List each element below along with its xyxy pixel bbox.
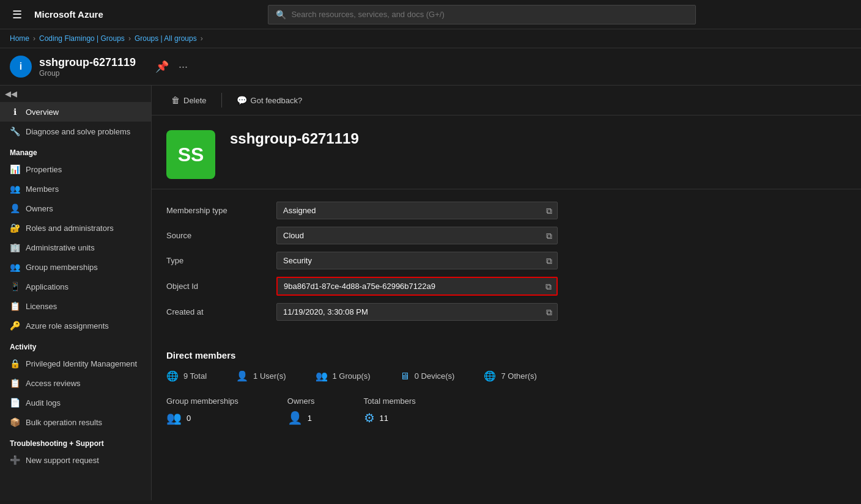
sidebar-section-support: Troubleshooting + Support: [0, 432, 151, 450]
sidebar-item-diagnose[interactable]: 🔧 Diagnose and solve problems: [0, 122, 151, 141]
overview-icon: ℹ: [10, 107, 20, 117]
sidebar-item-label-azure-roles: Azure role assignments: [26, 321, 109, 331]
sidebar-item-label-new-support: New support request: [26, 456, 99, 465]
sidebar-item-azure-roles[interactable]: 🔑 Azure role assignments: [0, 316, 151, 335]
stat-others: 🌐 7 Other(s): [484, 370, 537, 382]
stat-devices-icon: 🖥: [400, 371, 410, 382]
sidebar-item-label-overview: Overview: [26, 108, 59, 117]
sidebar-item-members[interactable]: 👥 Members: [0, 179, 151, 199]
sidebar-item-label-access-reviews: Access reviews: [26, 379, 81, 388]
owners-icon: 👤: [10, 203, 20, 213]
sidebar-item-label-roles: Roles and administrators: [26, 224, 114, 233]
page-title-block: sshgroup-6271119 Group: [39, 56, 136, 78]
membership-card-value-group: 👥 0: [166, 411, 238, 425]
sidebar-item-audit-logs[interactable]: 📄 Audit logs: [0, 393, 151, 412]
prop-label-object-id: Object Id: [166, 282, 276, 291]
sidebar-item-label-diagnose: Diagnose and solve problems: [26, 127, 130, 136]
sidebar-item-applications[interactable]: 📱 Applications: [0, 277, 151, 296]
membership-card-num-total: 11: [380, 414, 388, 423]
page-header: i sshgroup-6271119 Group 📌 ···: [0, 48, 861, 86]
prop-value-source: Cloud ⧉: [276, 227, 558, 244]
feedback-icon: 💬: [237, 95, 247, 105]
sidebar-item-roles[interactable]: 🔐 Roles and administrators: [0, 218, 151, 238]
more-button[interactable]: ···: [176, 59, 190, 75]
group-name: sshgroup-6271119: [230, 130, 359, 147]
stat-groups-icon: 👥: [316, 370, 328, 382]
search-bar: 🔍: [268, 5, 696, 24]
breadcrumb-all-groups[interactable]: Groups | All groups: [135, 34, 197, 43]
sidebar-item-pim[interactable]: 🔒 Privileged Identity Management: [0, 354, 151, 373]
copy-icon-type[interactable]: ⧉: [546, 255, 552, 266]
direct-members-title: Direct members: [166, 350, 846, 360]
membership-card-value-owners: 👤 1: [287, 411, 315, 425]
delete-button[interactable]: 🗑 Delete: [166, 93, 212, 108]
sidebar-item-bulk-results[interactable]: 📦 Bulk operation results: [0, 412, 151, 432]
licenses-icon: 📋: [10, 301, 20, 311]
sidebar-item-label-pim: Privileged Identity Management: [26, 359, 137, 368]
search-input[interactable]: [291, 10, 688, 19]
feedback-button[interactable]: 💬 Got feedback?: [232, 93, 308, 108]
pin-button[interactable]: 📌: [153, 59, 171, 75]
prop-value-text-object-id: 9ba867d1-87ce-4d88-a75e-62996b7122a9: [284, 282, 435, 291]
sidebar-collapse-btn[interactable]: ◀◀: [0, 86, 151, 102]
breadcrumb-sep2: ›: [128, 34, 131, 43]
diagnose-icon: 🔧: [10, 126, 20, 136]
page-title: sshgroup-6271119: [39, 56, 136, 69]
search-icon: 🔍: [276, 10, 286, 20]
prop-value-membership-type: Assigned ⧉: [276, 202, 558, 219]
stat-users: 👤 1 User(s): [236, 370, 286, 382]
prop-value-text-type: Security: [283, 256, 312, 265]
action-bar: 🗑 Delete 💬 Got feedback?: [152, 86, 861, 115]
topbar: ☰ Microsoft Azure 🔍: [0, 0, 861, 29]
hamburger-menu[interactable]: ☰: [10, 5, 24, 24]
sidebar-item-admin-units[interactable]: 🏢 Administrative units: [0, 238, 151, 257]
sidebar-item-label-members: Members: [26, 184, 59, 194]
group-memberships-icon: 👥: [10, 262, 20, 272]
stat-total: 🌐 9 Total: [166, 370, 207, 382]
breadcrumb-home[interactable]: Home: [10, 34, 29, 43]
roles-icon: 🔐: [10, 223, 20, 233]
prop-value-object-id: 9ba867d1-87ce-4d88-a75e-62996b7122a9 ⧉: [276, 277, 558, 296]
membership-card-num-group: 0: [187, 414, 191, 423]
sidebar-item-access-reviews[interactable]: 📋 Access reviews: [0, 373, 151, 393]
copy-icon-object-id[interactable]: ⧉: [545, 281, 552, 291]
sidebar-item-label-owners: Owners: [26, 204, 53, 213]
sidebar-item-group-memberships[interactable]: 👥 Group memberships: [0, 257, 151, 277]
stat-total-label: 9 Total: [183, 371, 207, 381]
main-layout: ◀◀ ℹ Overview 🔧 Diagnose and solve probl…: [0, 86, 861, 500]
membership-card-value-total: ⚙ 11: [364, 411, 416, 425]
sidebar: ◀◀ ℹ Overview 🔧 Diagnose and solve probl…: [0, 86, 152, 500]
feedback-label: Got feedback?: [251, 96, 303, 105]
access-reviews-icon: 📋: [10, 378, 20, 388]
copy-icon-membership-type[interactable]: ⧉: [546, 205, 552, 216]
applications-icon: 📱: [10, 282, 20, 291]
properties-section: Membership type Assigned ⧉ Source Cloud …: [152, 189, 861, 340]
sidebar-item-label-audit-logs: Audit logs: [26, 398, 61, 407]
members-stats: 🌐 9 Total 👤 1 User(s) 👥 1 Group(s) 🖥 0 D…: [166, 370, 846, 382]
sidebar-item-owners[interactable]: 👤 Owners: [0, 199, 151, 218]
overview-card: SS sshgroup-6271119: [152, 115, 861, 189]
breadcrumb: Home › Coding Flamingo | Groups › Groups…: [0, 29, 861, 48]
prop-label-type: Type: [166, 256, 276, 265]
members-section: Direct members 🌐 9 Total 👤 1 User(s) 👥 1…: [152, 340, 861, 435]
stat-devices: 🖥 0 Device(s): [400, 370, 455, 382]
prop-row-membership-type: Membership type Assigned ⧉: [166, 202, 846, 219]
sidebar-item-overview[interactable]: ℹ Overview: [0, 102, 151, 122]
breadcrumb-sep1: ›: [33, 34, 35, 43]
copy-icon-source[interactable]: ⧉: [546, 230, 552, 241]
delete-icon: 🗑: [171, 95, 180, 105]
stat-devices-label: 0 Device(s): [415, 371, 455, 381]
sidebar-item-label-group-memberships: Group memberships: [26, 263, 98, 272]
sidebar-item-licenses[interactable]: 📋 Licenses: [0, 296, 151, 316]
sidebar-item-properties[interactable]: 📊 Properties: [0, 159, 151, 179]
header-icon: i: [10, 56, 32, 78]
admin-units-icon: 🏢: [10, 243, 20, 252]
stat-groups-label: 1 Group(s): [333, 371, 371, 381]
stat-groups: 👥 1 Group(s): [316, 370, 371, 382]
prop-row-source: Source Cloud ⧉: [166, 227, 846, 244]
sidebar-section-manage: Manage: [0, 141, 151, 159]
prop-value-text-source: Cloud: [283, 231, 304, 240]
breadcrumb-groups[interactable]: Coding Flamingo | Groups: [39, 34, 125, 43]
sidebar-item-new-support[interactable]: ➕ New support request: [0, 450, 151, 470]
copy-icon-created-at[interactable]: ⧉: [546, 307, 552, 317]
